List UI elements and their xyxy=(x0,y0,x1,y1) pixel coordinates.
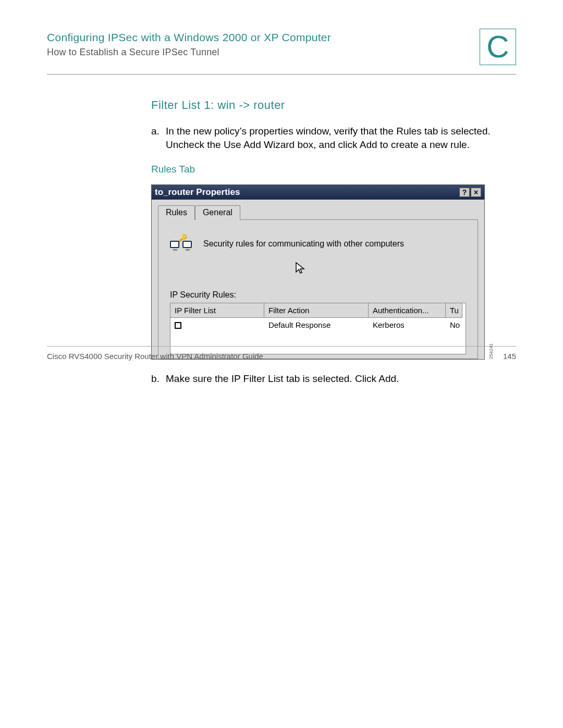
col-ip-filter-list[interactable]: IP Filter List xyxy=(170,303,264,318)
step-a-marker: a. xyxy=(151,125,166,151)
tab-rules[interactable]: Rules xyxy=(158,205,195,220)
table-header-row: IP Filter List Filter Action Authenticat… xyxy=(170,303,466,318)
footer-divider xyxy=(47,346,516,347)
dialog-description: Security rules for communicating with ot… xyxy=(203,239,404,249)
filter-list-heading: Filter List 1: win -> router xyxy=(151,98,516,112)
close-button[interactable]: × xyxy=(471,188,481,197)
help-button[interactable]: ? xyxy=(459,188,470,197)
col-tunnel[interactable]: Tu xyxy=(446,303,462,318)
appendix-indicator: C xyxy=(480,29,516,65)
col-filter-action[interactable]: Filter Action xyxy=(264,303,369,318)
footer-page-number: 145 xyxy=(503,352,516,361)
appendix-letter: C xyxy=(486,31,509,63)
rules-tab-heading: Rules Tab xyxy=(151,164,516,175)
row-checkbox[interactable] xyxy=(175,322,181,329)
footer-guide-title: Cisco RVS4000 Security Router with VPN A… xyxy=(47,352,263,361)
properties-dialog: 254241 to_router Properties ? × Rules Ge… xyxy=(151,184,485,360)
cell-tunnel: No xyxy=(446,318,462,332)
header-divider xyxy=(47,74,516,75)
section-title: How to Establish a Secure IPSec Tunnel xyxy=(47,47,480,58)
tab-general[interactable]: General xyxy=(195,205,240,220)
dialog-title: to_router Properties xyxy=(155,187,240,198)
cell-authentication: Kerberos xyxy=(369,318,446,332)
ip-security-rules-label: IP Security Rules: xyxy=(170,290,466,300)
cell-ip-filter-list xyxy=(170,318,264,332)
tab-panel-rules: 🔑 Security rules for communicating with … xyxy=(158,219,478,359)
table-row[interactable]: Default Response Kerberos No xyxy=(170,318,466,332)
step-b-text: Make sure the IP Filter List tab is sele… xyxy=(166,372,516,386)
step-b-marker: b. xyxy=(151,372,166,386)
security-rules-icon: 🔑 xyxy=(170,233,194,254)
dialog-titlebar: to_router Properties ? × xyxy=(152,185,484,200)
step-a-text: In the new policy’s properties window, v… xyxy=(166,125,516,151)
chapter-title: Configuring IPSec with a Windows 2000 or… xyxy=(47,31,480,44)
cell-filter-action: Default Response xyxy=(264,318,369,332)
col-authentication[interactable]: Authentication... xyxy=(369,303,446,318)
cursor-icon xyxy=(295,262,466,280)
